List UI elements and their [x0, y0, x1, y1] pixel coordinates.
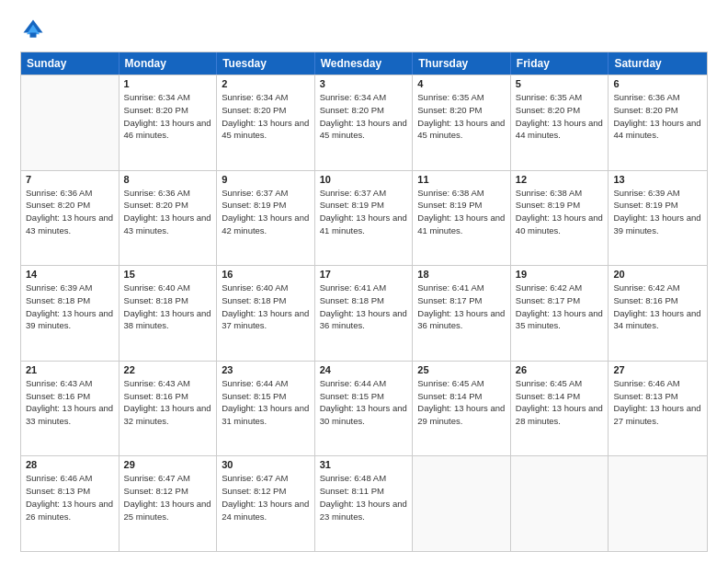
day-number: 27 [613, 364, 702, 375]
cell-info: Sunrise: 6:43 AM [26, 377, 114, 390]
cell-info: Daylight: 13 hours and 43 minutes. [26, 212, 114, 237]
cell-info: Sunset: 8:18 PM [320, 294, 408, 307]
day-number: 17 [320, 269, 408, 280]
cell-info: Daylight: 13 hours and 29 minutes. [417, 402, 506, 428]
cell-info: Daylight: 13 hours and 26 minutes. [26, 498, 114, 523]
cell-info: Sunset: 8:19 PM [222, 199, 310, 212]
day-number: 18 [417, 269, 506, 280]
calendar-cell: 20Sunrise: 6:42 AMSunset: 8:16 PMDayligh… [609, 266, 707, 361]
calendar-row: 28Sunrise: 6:46 AMSunset: 8:13 PMDayligh… [21, 455, 707, 551]
cell-info: Daylight: 13 hours and 43 minutes. [124, 212, 212, 237]
cell-info: Sunset: 8:16 PM [613, 294, 702, 307]
day-number: 28 [26, 459, 114, 470]
day-number: 26 [516, 364, 604, 375]
calendar-row: 1Sunrise: 6:34 AMSunset: 8:20 PMDaylight… [21, 75, 707, 170]
calendar-cell: 3Sunrise: 6:34 AMSunset: 8:20 PMDaylight… [315, 75, 414, 170]
cell-info: Daylight: 13 hours and 25 minutes. [124, 498, 212, 523]
day-number: 2 [222, 78, 310, 89]
cell-info: Sunrise: 6:34 AM [222, 91, 310, 104]
calendar-cell: 8Sunrise: 6:36 AMSunset: 8:20 PMDaylight… [119, 171, 218, 266]
cell-info: Sunset: 8:18 PM [124, 294, 212, 307]
cell-info: Sunrise: 6:38 AM [417, 187, 506, 200]
cell-info: Daylight: 13 hours and 24 minutes. [222, 498, 310, 523]
weekday-header: Wednesday [315, 52, 414, 75]
cell-info: Sunset: 8:19 PM [516, 199, 604, 212]
day-number: 5 [516, 78, 604, 89]
day-number: 25 [417, 364, 506, 375]
calendar-cell [21, 75, 119, 170]
cell-info: Sunrise: 6:42 AM [613, 282, 702, 294]
cell-info: Sunrise: 6:44 AM [320, 377, 408, 390]
weekday-header: Saturday [609, 52, 707, 75]
cell-info: Daylight: 13 hours and 36 minutes. [417, 307, 506, 333]
calendar-cell: 4Sunrise: 6:35 AMSunset: 8:20 PMDaylight… [413, 75, 511, 170]
day-number: 30 [222, 459, 310, 470]
calendar-row: 7Sunrise: 6:36 AMSunset: 8:20 PMDaylight… [21, 170, 707, 266]
day-number: 24 [320, 364, 408, 375]
day-number: 12 [516, 174, 604, 185]
cell-info: Daylight: 13 hours and 45 minutes. [417, 117, 506, 143]
day-number: 3 [320, 78, 408, 89]
cell-info: Sunrise: 6:47 AM [124, 472, 212, 485]
calendar-header: SundayMondayTuesdayWednesdayThursdayFrid… [21, 52, 707, 75]
cell-info: Daylight: 13 hours and 44 minutes. [613, 117, 702, 143]
cell-info: Daylight: 13 hours and 23 minutes. [320, 498, 408, 523]
cell-info: Sunrise: 6:45 AM [516, 377, 604, 390]
cell-info: Daylight: 13 hours and 45 minutes. [320, 117, 408, 143]
day-number: 4 [417, 78, 506, 89]
cell-info: Daylight: 13 hours and 46 minutes. [124, 117, 212, 143]
day-number: 29 [124, 459, 212, 470]
calendar-body: 1Sunrise: 6:34 AMSunset: 8:20 PMDaylight… [21, 75, 707, 551]
weekday-header: Monday [119, 52, 218, 75]
calendar-cell: 26Sunrise: 6:45 AMSunset: 8:14 PMDayligh… [511, 362, 609, 456]
calendar-cell: 11Sunrise: 6:38 AMSunset: 8:19 PMDayligh… [413, 171, 511, 266]
cell-info: Sunrise: 6:34 AM [320, 91, 408, 104]
cell-info: Sunset: 8:20 PM [124, 104, 212, 117]
cell-info: Sunrise: 6:45 AM [417, 377, 506, 390]
calendar-cell: 1Sunrise: 6:34 AMSunset: 8:20 PMDaylight… [119, 75, 218, 170]
calendar-cell: 29Sunrise: 6:47 AMSunset: 8:12 PMDayligh… [119, 456, 218, 551]
cell-info: Sunset: 8:19 PM [613, 199, 702, 212]
day-number: 16 [222, 269, 310, 280]
calendar-row: 14Sunrise: 6:39 AMSunset: 8:18 PMDayligh… [21, 265, 707, 361]
weekday-header: Friday [511, 52, 609, 75]
calendar-cell: 31Sunrise: 6:48 AMSunset: 8:11 PMDayligh… [315, 456, 414, 551]
cell-info: Sunrise: 6:39 AM [613, 187, 702, 200]
cell-info: Sunset: 8:15 PM [320, 390, 408, 403]
calendar-row: 21Sunrise: 6:43 AMSunset: 8:16 PMDayligh… [21, 361, 707, 456]
cell-info: Daylight: 13 hours and 30 minutes. [320, 402, 408, 428]
cell-info: Daylight: 13 hours and 35 minutes. [516, 307, 604, 333]
day-number: 21 [26, 364, 114, 375]
calendar-cell: 18Sunrise: 6:41 AMSunset: 8:17 PMDayligh… [413, 266, 511, 361]
cell-info: Daylight: 13 hours and 45 minutes. [222, 117, 310, 143]
cell-info: Sunset: 8:20 PM [516, 104, 604, 117]
cell-info: Sunrise: 6:35 AM [417, 91, 506, 104]
cell-info: Sunset: 8:19 PM [417, 199, 506, 212]
day-number: 11 [417, 174, 506, 185]
cell-info: Daylight: 13 hours and 42 minutes. [222, 212, 310, 237]
cell-info: Sunrise: 6:40 AM [222, 282, 310, 294]
calendar-cell: 12Sunrise: 6:38 AMSunset: 8:19 PMDayligh… [511, 171, 609, 266]
cell-info: Daylight: 13 hours and 32 minutes. [124, 402, 212, 428]
weekday-header: Thursday [413, 52, 511, 75]
cell-info: Daylight: 13 hours and 28 minutes. [516, 402, 604, 428]
cell-info: Sunset: 8:20 PM [124, 199, 212, 212]
cell-info: Daylight: 13 hours and 37 minutes. [222, 307, 310, 333]
cell-info: Daylight: 13 hours and 34 minutes. [613, 307, 702, 333]
cell-info: Sunrise: 6:37 AM [320, 187, 408, 200]
calendar-cell: 14Sunrise: 6:39 AMSunset: 8:18 PMDayligh… [21, 266, 119, 361]
day-number: 15 [124, 269, 212, 280]
weekday-header: Sunday [21, 52, 119, 75]
cell-info: Sunrise: 6:47 AM [222, 472, 310, 485]
cell-info: Sunrise: 6:36 AM [26, 187, 114, 200]
cell-info: Sunset: 8:20 PM [222, 104, 310, 117]
day-number: 9 [222, 174, 310, 185]
cell-info: Sunrise: 6:44 AM [222, 377, 310, 390]
cell-info: Sunset: 8:16 PM [26, 390, 114, 403]
calendar-cell: 30Sunrise: 6:47 AMSunset: 8:12 PMDayligh… [217, 456, 315, 551]
cell-info: Sunrise: 6:43 AM [124, 377, 212, 390]
cell-info: Sunset: 8:20 PM [320, 104, 408, 117]
calendar-cell: 10Sunrise: 6:37 AMSunset: 8:19 PMDayligh… [315, 171, 414, 266]
cell-info: Sunset: 8:16 PM [124, 390, 212, 403]
calendar-cell: 2Sunrise: 6:34 AMSunset: 8:20 PMDaylight… [217, 75, 315, 170]
